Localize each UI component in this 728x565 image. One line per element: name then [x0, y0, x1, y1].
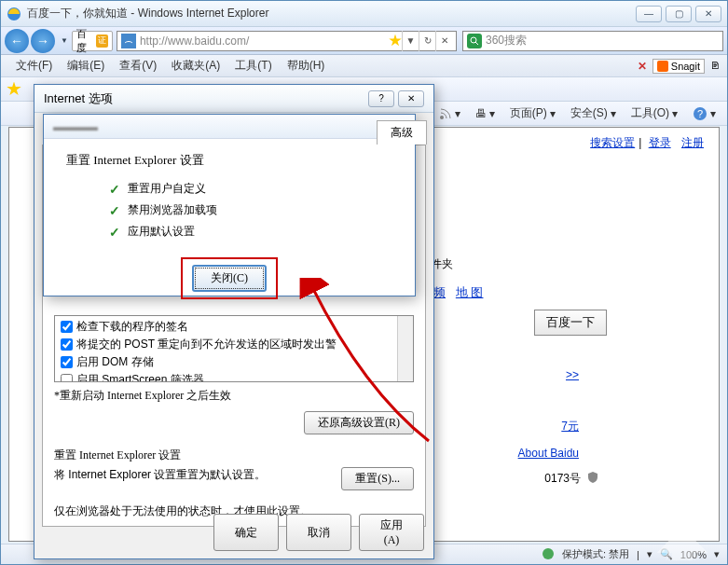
menu-view[interactable]: 查看(V) — [112, 58, 164, 74]
checkbox[interactable] — [61, 338, 73, 351]
snagit-label: Snagit — [671, 61, 700, 72]
favorites-label: 百度 — [76, 27, 95, 55]
link-about-baidu[interactable]: About Baidu — [518, 447, 579, 460]
apply-button[interactable]: 应用(A) — [359, 514, 424, 551]
page-menu[interactable]: 页面(P)▾ — [504, 105, 561, 121]
protected-mode-label: 保护模式: 禁用 — [562, 547, 629, 561]
url-text: http://www.baidu.com/ — [140, 34, 389, 48]
svg-text:系统之家: 系统之家 — [666, 552, 699, 561]
menu-edit[interactable]: 编辑(E) — [60, 58, 112, 74]
advanced-settings-list[interactable]: 检查下载的程序的签名 将提交的 POST 重定向到不允许发送的区域时发出警 启用… — [54, 315, 414, 382]
checkbox[interactable] — [61, 356, 73, 368]
link-map[interactable]: 地 图 — [456, 285, 484, 299]
menu-tools[interactable]: 工具(T) — [227, 58, 279, 74]
reset-dialog-titlebar: ▬▬▬▬ — [44, 115, 415, 139]
scrollbar[interactable] — [397, 316, 413, 381]
reset-item-label: 应用默认设置 — [128, 224, 195, 240]
svg-text:?: ? — [697, 108, 703, 119]
restart-note: *重新启动 Internet Explorer 之后生效 — [54, 388, 414, 404]
snagit-icon — [657, 61, 668, 72]
reset-dialog-heading: 重置 Internet Explorer 设置 — [44, 139, 415, 178]
feeds-button[interactable]: ▾ — [433, 107, 466, 120]
dialog-footer: 确定 取消 应用(A) — [213, 514, 424, 551]
close-button[interactable]: ✕ — [695, 6, 721, 22]
window-controls: — ▢ ✕ — [636, 6, 721, 22]
reset-item: ✓重置用户自定义 — [109, 178, 415, 200]
setting-row[interactable]: 检查下载的程序的签名 — [57, 318, 411, 336]
search-box[interactable]: 360搜索 — [462, 31, 723, 51]
help-button[interactable]: ?▾ — [687, 106, 721, 121]
checkbox[interactable] — [61, 321, 73, 333]
refresh-button[interactable]: ↻ — [419, 31, 435, 51]
forward-button[interactable]: → — [31, 29, 55, 53]
setting-label: 启用 SmartScreen 筛选器 — [76, 372, 204, 382]
snagit-toolbar[interactable]: Snagit — [652, 59, 705, 74]
snagit-dropdown-icon[interactable]: 🖹 — [710, 61, 720, 71]
link-search-settings[interactable]: 搜索设置 — [590, 136, 635, 149]
reset-dialog-title-blurred: ▬▬▬▬ — [53, 120, 98, 133]
tab-advanced[interactable]: 高级 — [377, 120, 427, 145]
status-sep: | — [637, 549, 639, 560]
reset-dialog-footer: 关闭(C) — [44, 257, 415, 299]
reset-description: 将 Internet Explorer 设置重置为默认设置。 — [54, 467, 266, 483]
checkbox[interactable] — [61, 374, 73, 382]
close-button-highlight: 关闭(C) — [181, 257, 278, 299]
check-icon: ✓ — [109, 203, 120, 218]
restore-advanced-button[interactable]: 还原高级设置(R) — [304, 411, 414, 434]
reset-progress-dialog: ▬▬▬▬ 重置 Internet Explorer 设置 ✓重置用户自定义 ✓禁… — [43, 114, 416, 296]
close-button[interactable]: 关闭(C) — [192, 265, 267, 292]
dialog-title: Internet 选项 — [44, 90, 113, 107]
icp-text: 0173号 — [544, 471, 581, 487]
svg-rect-2 — [467, 34, 482, 48]
minimize-button[interactable]: — — [636, 6, 662, 22]
history-dropdown[interactable]: ▼ — [61, 36, 68, 45]
address-dropdown[interactable]: ▼ — [402, 31, 419, 51]
titlebar: 百度一下，你就知道 - Windows Internet Explorer — … — [1, 1, 727, 27]
search-placeholder: 360搜索 — [486, 33, 527, 48]
baidu-category-links: 频 地 图 — [433, 284, 483, 301]
dialog-titlebar: Internet 选项 ? ✕ — [34, 85, 433, 113]
menu-bar: 文件(F) 编辑(E) 查看(V) 收藏夹(A) 工具(T) 帮助(H) ✕ S… — [1, 55, 727, 77]
tools-menu[interactable]: 工具(O)▾ — [625, 105, 683, 121]
close-tabs-icon[interactable]: ✕ — [638, 60, 647, 73]
reset-heading: 重置 Internet Explorer 设置 — [54, 448, 414, 463]
search-icon — [467, 34, 482, 48]
reset-button[interactable]: 重置(S)... — [341, 467, 414, 490]
setting-row[interactable]: 将提交的 POST 重定向到不允许发送的区域时发出警 — [57, 336, 411, 353]
safety-menu[interactable]: 安全(S)▾ — [565, 105, 622, 121]
back-button[interactable]: ← — [5, 29, 29, 53]
baidu-search-button[interactable]: 百度一下 — [534, 310, 607, 336]
svg-point-6 — [440, 116, 444, 119]
shield-icon — [586, 471, 599, 487]
link-partial-1[interactable]: >> — [566, 368, 579, 381]
menu-favorites[interactable]: 收藏夹(A) — [164, 58, 227, 74]
baidu-top-links: 搜索设置| 登录 注册 — [586, 135, 707, 151]
favorites-indicator[interactable]: 百度 证 — [72, 31, 113, 51]
reset-item: ✓禁用浏览器加载项 — [109, 200, 415, 221]
ie-icon — [7, 7, 21, 21]
nav-toolbar: ← → ▼ 百度 证 http://www.baidu.com/ ▼ ↻ ✕ 3… — [1, 27, 727, 55]
menu-file[interactable]: 文件(F) — [8, 58, 60, 74]
link-login[interactable]: 登录 — [649, 136, 671, 149]
setting-row[interactable]: 启用 DOM 存储 — [57, 353, 411, 371]
setting-row[interactable]: 启用 SmartScreen 筛选器 — [57, 371, 411, 382]
link-price[interactable]: 7元 — [561, 419, 579, 434]
window-title: 百度一下，你就知道 - Windows Internet Explorer — [27, 6, 636, 21]
link-video[interactable]: 频 — [433, 285, 446, 299]
stop-button[interactable]: ✕ — [435, 31, 452, 51]
cancel-button[interactable]: 取消 — [286, 514, 351, 551]
print-button[interactable]: 🖶▾ — [470, 107, 501, 120]
star-icon[interactable] — [7, 82, 21, 97]
reset-section: 重置 Internet Explorer 设置 将 Internet Explo… — [54, 448, 414, 519]
setting-label: 将提交的 POST 重定向到不允许发送的区域时发出警 — [76, 337, 337, 352]
dialog-close-button[interactable]: ✕ — [398, 90, 424, 107]
reset-item-label: 重置用户自定义 — [128, 181, 206, 197]
link-register[interactable]: 注册 — [681, 136, 704, 149]
setting-label: 检查下载的程序的签名 — [76, 319, 188, 335]
address-bar[interactable]: http://www.baidu.com/ ▼ ↻ ✕ — [117, 31, 457, 51]
maximize-button[interactable]: ▢ — [666, 6, 692, 22]
dialog-help-button[interactable]: ? — [368, 90, 394, 107]
ok-button[interactable]: 确定 — [213, 514, 279, 551]
bookmark-star-icon[interactable] — [389, 34, 402, 48]
menu-help[interactable]: 帮助(H) — [280, 58, 333, 74]
